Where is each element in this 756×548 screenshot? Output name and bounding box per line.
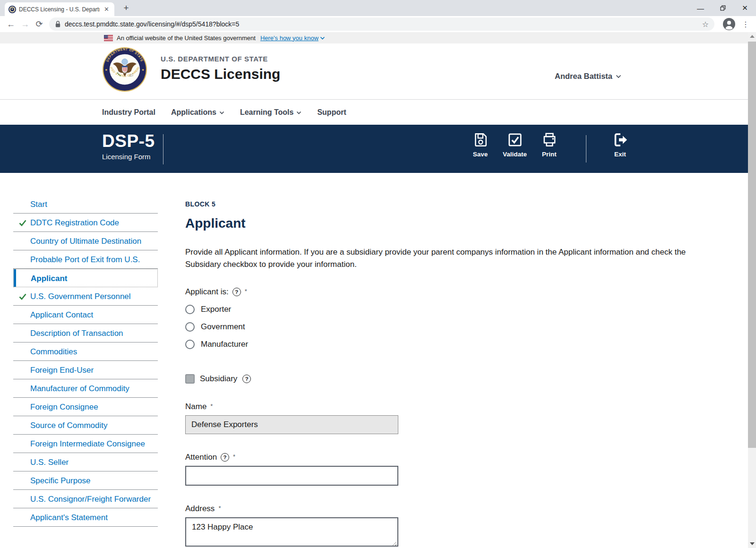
sidebar-item-label: Description of Transaction [30, 329, 123, 338]
form-section-nav: StartDDTC Registration CodeCountry of Ul… [13, 195, 158, 527]
required-asterisk: * [233, 453, 235, 460]
required-asterisk: * [218, 505, 221, 512]
exit-button[interactable]: Exit [603, 132, 637, 158]
window-restore-button[interactable] [712, 0, 734, 16]
official-gov-banner: An official website of the United States… [0, 32, 756, 43]
exit-button-label: Exit [614, 151, 626, 158]
help-icon[interactable]: ? [242, 375, 251, 383]
block-description: Provide all Applicant information. If yo… [185, 246, 691, 271]
validate-button[interactable]: Validate [498, 132, 532, 158]
chevron-down-icon [296, 111, 301, 114]
sidebar-item-label: U.S. Government Personnel [30, 292, 131, 301]
sidebar-item-label: Country of Ultimate Destination [30, 237, 141, 246]
sidebar-item-label: Start [30, 200, 47, 209]
sidebar-item-manufacturer-of-commodity[interactable]: Manufacturer of Commodity [13, 379, 158, 398]
user-menu[interactable]: Andrea Battista [555, 72, 621, 81]
url-text: deccs.test.pmddtc.state.gov/licensing/#/… [65, 20, 702, 28]
svg-text:★: ★ [105, 68, 108, 71]
radio-label: Government [201, 322, 245, 332]
address-field-group: Address * 123 Happy Place [185, 504, 691, 548]
sidebar-item-country-of-ultimate-destination[interactable]: Country of Ultimate Destination [13, 232, 158, 250]
sidebar-item-foreign-intermediate-consignee[interactable]: Foreign Intermediate Consignee [13, 435, 158, 453]
subsidiary-label: Subsidiary [200, 374, 237, 384]
window-minimize-button[interactable]: — [689, 0, 712, 16]
sidebar-item-foreign-end-user[interactable]: Foreign End-User [13, 361, 158, 379]
radio-option-exporter[interactable]: Exporter [185, 305, 691, 314]
sidebar-item-foreign-consignee[interactable]: Foreign Consignee [13, 398, 158, 416]
divider [586, 135, 586, 163]
restore-icon [719, 4, 727, 12]
profile-avatar[interactable] [723, 18, 735, 30]
nav-item-applications[interactable]: Applications [171, 108, 224, 117]
nav-item-support[interactable]: Support [317, 108, 346, 117]
forward-button[interactable]: → [18, 17, 32, 31]
check-icon [19, 220, 26, 226]
sidebar-item-probable-port-of-exit-from-u-s[interactable]: Probable Port of Exit from U.S. [13, 250, 158, 269]
tab-close-icon[interactable]: ✕ [103, 6, 111, 13]
sidebar-item-label: Specific Purpose [30, 476, 91, 485]
print-button[interactable]: Print [532, 132, 567, 158]
nav-item-learning-tools[interactable]: Learning Tools [240, 108, 301, 117]
attention-input[interactable] [185, 466, 398, 486]
sidebar-item-label: Manufacturer of Commodity [30, 384, 129, 393]
back-button[interactable]: ← [4, 17, 18, 31]
sidebar-item-applicant[interactable]: Applicant [13, 269, 158, 287]
sidebar-item-label: Applicant Contact [30, 310, 93, 319]
page-title: Applicant [185, 216, 691, 231]
scrollbar-up-arrow[interactable] [750, 35, 755, 38]
form-bar: DSP-5 Licensing Form SaveValidatePrint E… [0, 125, 756, 173]
sidebar-item-specific-purpose[interactable]: Specific Purpose [13, 471, 158, 490]
new-tab-button[interactable]: + [120, 3, 132, 13]
radio-button-manufacturer[interactable] [185, 340, 195, 349]
save-icon [472, 132, 489, 148]
nav-item-label: Industry Portal [102, 108, 155, 117]
sidebar-item-commodities[interactable]: Commodities [13, 342, 158, 361]
name-input[interactable] [185, 415, 398, 434]
help-icon[interactable]: ? [221, 453, 229, 462]
sidebar-item-label: DDTC Registration Code [30, 218, 119, 227]
scrollbar-down-arrow[interactable] [750, 542, 755, 545]
sidebar-item-ddtc-registration-code[interactable]: DDTC Registration Code [13, 214, 158, 232]
required-asterisk: * [245, 288, 247, 295]
heres-how-you-know-link[interactable]: Here's how you know [260, 34, 325, 42]
form-subtitle: Licensing Form [102, 153, 155, 161]
check-icon [19, 293, 26, 300]
radio-option-government[interactable]: Government [185, 322, 691, 332]
subsidiary-checkbox[interactable] [185, 374, 195, 384]
window-close-button[interactable]: ✕ [734, 0, 756, 16]
sidebar-item-label: Probable Port of Exit from U.S. [30, 255, 140, 264]
page-scrollbar[interactable] [748, 32, 756, 548]
radio-option-manufacturer[interactable]: Manufacturer [185, 340, 691, 349]
browser-menu-icon[interactable]: ⋮ [739, 20, 752, 29]
sidebar-item-start[interactable]: Start [13, 195, 158, 214]
sidebar-item-applicant-contact[interactable]: Applicant Contact [13, 306, 158, 324]
banner-text: An official website of the United States… [117, 34, 256, 42]
url-bar[interactable]: deccs.test.pmddtc.state.gov/licensing/#/… [49, 17, 714, 31]
radio-button-exporter[interactable] [185, 305, 195, 314]
sidebar-item-u-s-consignor-freight-forwarder[interactable]: U.S. Consignor/Freight Forwarder [13, 490, 158, 508]
sidebar-item-u-s-government-personnel[interactable]: U.S. Government Personnel [13, 287, 158, 306]
print-button-label: Print [542, 151, 557, 158]
sidebar-item-label: Foreign End-User [30, 366, 94, 375]
name-field-group: Name * [185, 402, 691, 434]
sidebar-item-label: Foreign Consignee [30, 402, 98, 411]
radio-button-government[interactable] [185, 322, 195, 332]
validate-button-label: Validate [503, 151, 527, 158]
nav-item-industry-portal[interactable]: Industry Portal [102, 108, 155, 117]
save-button[interactable]: Save [463, 132, 498, 158]
help-icon[interactable]: ? [232, 288, 241, 296]
validate-icon [507, 132, 523, 148]
sidebar-item-description-of-transaction[interactable]: Description of Transaction [13, 324, 158, 342]
browser-toolbar: ← → ⟳ deccs.test.pmddtc.state.gov/licens… [0, 16, 756, 32]
sidebar-item-applicant-s-statement[interactable]: Applicant's Statement [13, 508, 158, 527]
address-textarea[interactable]: 123 Happy Place [185, 517, 398, 547]
svg-text:★: ★ [142, 68, 145, 71]
scrollbar-thumb[interactable] [748, 42, 756, 448]
reload-button[interactable]: ⟳ [32, 17, 46, 31]
sidebar-item-u-s-seller[interactable]: U.S. Seller [13, 453, 158, 471]
bookmark-star-icon[interactable]: ☆ [702, 20, 709, 29]
browser-tab[interactable]: DECCS Licensing - U.S. Departme ✕ [5, 2, 114, 16]
required-asterisk: * [210, 402, 213, 410]
favicon-seal [9, 6, 16, 13]
sidebar-item-source-of-commodity[interactable]: Source of Commodity [13, 416, 158, 435]
